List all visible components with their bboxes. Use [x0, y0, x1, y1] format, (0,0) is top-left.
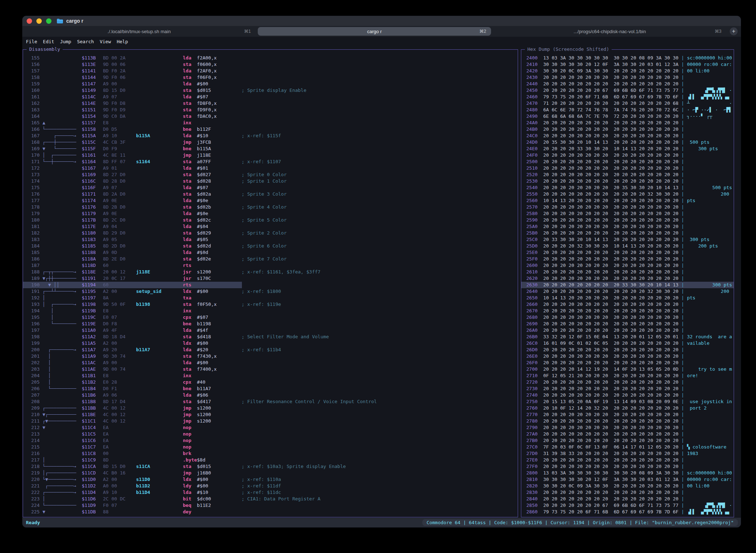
hex-row-2570[interactable]: 2570 20 20 20 20 20 20 20 20 20 20 20 20…: [521, 204, 734, 210]
disasm-row-204[interactable]: 204 │$11B1E8inx: [23, 373, 518, 379]
disasm-row-183[interactable]: 183$1183A9 05lda#$05: [23, 236, 518, 243]
maximize-button[interactable]: [46, 18, 51, 24]
menu-file[interactable]: File: [26, 39, 37, 44]
disasm-row-198[interactable]: 198$11A28D 18 D4sta$d418; Select Filter …: [23, 334, 518, 340]
disasm-row-186[interactable]: 186$118A8D 2E D0sta$d02e; Sprite 7 Color: [23, 256, 518, 262]
disasm-row-205[interactable]: 205 │$11B2E0 28cpx#40: [23, 379, 518, 385]
disasm-row-175[interactable]: 175$116FA9 07lda#$07: [23, 184, 518, 191]
disasm-row-187[interactable]: 187$118D60rts: [23, 262, 518, 269]
hex-row-25A0[interactable]: 25A0 20 20 20 20 20 20 20 20 20 20 20 20…: [521, 223, 734, 230]
hex-row-2850[interactable]: 2850 20 20 20 20 20 20 20 67 69 6B 6D 6F…: [521, 502, 734, 509]
new-tab-button[interactable]: +: [730, 27, 738, 35]
disasm-row-161[interactable]: 161$114CA9 07lda#$07: [23, 94, 518, 100]
disasm-row-173[interactable]: 173$11698D 27 D0sta$d027; Sprite 0 Color: [23, 171, 518, 178]
disasm-row-209[interactable]: 209┌───────────$11BB4C 00 12jmps1200: [23, 405, 518, 411]
menu-view[interactable]: View: [100, 39, 111, 44]
hex-row-2490[interactable]: 2490 6E 68 6A 68 6A 7C 7E 70 72 20 20 20…: [521, 113, 734, 120]
disasm-row-192[interactable]: 192│$11978Atxa: [23, 295, 518, 301]
disasm-row-171[interactable]: 171└──┼───────→$11648D FF 07s1164staa07F…: [23, 159, 518, 165]
hex-row-2420[interactable]: 2420 30 30 20 0C 09 3A 30 30 20 20 20 20…: [521, 68, 734, 74]
hex-row-2700[interactable]: 2700 20 20 20 20 14 12 19 20 14 0F 20 13…: [521, 366, 734, 373]
disasm-row-200[interactable]: 200 ┌────────→$11A7A9 20b11A7lda#$20; x-…: [23, 347, 518, 353]
hex-row-2580[interactable]: 2580 20 20 20 20 20 20 20 20 20 20 20 20…: [521, 210, 734, 217]
disasm-row-165[interactable]: 165▲$1157E8inx: [23, 120, 518, 126]
disasm-row-207[interactable]: 207$11B6A9 06lda#$06: [23, 392, 518, 398]
disasm-row-177[interactable]: 177$1174A9 0Elda#$0e: [23, 197, 518, 204]
hex-row-24A0[interactable]: 24A0 20 20 20 20 20 20 20 20 20 20 20 20…: [521, 120, 734, 126]
menu-help[interactable]: Help: [117, 39, 128, 44]
hex-row-27B0[interactable]: 27B0 20 20 20 20 20 20 20 20 20 20 20 20…: [521, 437, 734, 444]
hex-row-2800[interactable]: 2800 13 03 3A 30 30 30 30 30 30 30 20 08…: [521, 470, 734, 476]
disasm-row-202[interactable]: 202 │$11ACA9 00lda#$00: [23, 360, 518, 366]
disasm-row-203[interactable]: 203 │$11AE9D 00 74staf7400,x: [23, 366, 518, 373]
disasm-row-191[interactable]: 191┌──┴┴──────→$1195A2 00setup_sidldx#$0…: [23, 288, 518, 295]
disasm-row-166[interactable]: 166└───────────$1158D0 D5bneb112F: [23, 126, 518, 133]
hex-row-2510[interactable]: 2510 20 20 20 20 20 20 20 20 20 20 20 20…: [521, 165, 734, 171]
close-button[interactable]: [27, 18, 32, 24]
tab-1[interactable]: ./.local/bin/tmux-setup.sh main⌘1: [22, 26, 256, 37]
disasm-row-170[interactable]: 170│ ┌────────$11614C 8E 11jmpj118E: [23, 152, 518, 159]
hex-row-27D0[interactable]: 27D0 31 39 38 33 20 20 20 20 20 20 20 20…: [521, 450, 734, 457]
hex-row-25B0[interactable]: 25B0 20 20 20 20 20 20 20 20 20 20 20 20…: [521, 230, 734, 236]
hex-row-2440[interactable]: 2440 20 20 20 20 20 20 20 20 20 20 20 20…: [521, 81, 734, 87]
disasm-row-206[interactable]: 206 └─────────$11B4D0 F1bneb11A7: [23, 385, 518, 392]
hex-row-2650[interactable]: 2650 10 14 13 20 20 20 20 20 20 20 20 20…: [521, 295, 734, 301]
hex-row-2540[interactable]: 2540 20 20 20 20 20 20 20 20 20 35 30 30…: [521, 184, 734, 191]
hex-row-2820[interactable]: 2820 30 30 20 0C 09 3A 30 30 20 20 20 20…: [521, 483, 734, 489]
hex-row-2750[interactable]: 2750 20 15 13 05 20 0A 0F 19 13 14 09 03…: [521, 398, 734, 405]
hex-row-2840[interactable]: 2840 20 20 20 20 20 20 20 20 20 20 20 20…: [521, 496, 734, 502]
hex-row-25E0[interactable]: 25E0 20 20 20 20 20 20 20 20 20 20 20 20…: [521, 249, 734, 256]
disasm-row-155[interactable]: 155$113BBD 00 2Aldaf2A00,x: [23, 55, 518, 61]
hex-row-24C0[interactable]: 24C0 20 20 20 20 20 20 20 20 20 20 20 20…: [521, 133, 734, 139]
disasm-row-156[interactable]: 156$113E9D 00 06staf0600,x: [23, 61, 518, 68]
disasm-row-167[interactable]: 167 ┌──────→$115AA9 10b115Alda#$10; x-re…: [23, 133, 518, 139]
disasm-row-164[interactable]: 164$11549D C0 DAstafDAC0,x: [23, 113, 518, 120]
disasm-row-208[interactable]: 208$11B88D 17 D4sta$d417; Filter Resonan…: [23, 398, 518, 405]
disasm-row-178[interactable]: 178$11768D 2B D0sta$d02b; Sprite 4 Color: [23, 204, 518, 210]
hex-row-2660[interactable]: 2660 20 20 20 20 20 20 20 20 20 20 20 20…: [521, 301, 734, 308]
hex-row-27C0[interactable]: 27C0 7F 20 03 0F 0C 0F 13 0F 06 14 17 01…: [521, 444, 734, 450]
hex-row-25D0[interactable]: 25D0 20 20 20 20 32 30 30 20 10 14 13 20…: [521, 243, 734, 249]
disasm-row-224[interactable]: 224└───────────$11D9F0 07beqb11E2: [23, 502, 518, 509]
hex-row-2460[interactable]: 2460 79 73 75 20 20 6F 71 6B 6D 67 69 67…: [521, 94, 734, 100]
hex-row-25F0[interactable]: 25F0 20 20 20 20 20 20 20 20 20 20 20 20…: [521, 256, 734, 262]
disasm-row-182[interactable]: 182$11808D 29 D0sta$d029; Sprite 2 Color: [23, 230, 518, 236]
hex-row-2530[interactable]: 2530 20 20 20 20 20 20 20 20 20 20 20 20…: [521, 178, 734, 184]
tab-2[interactable]: cargo r⌘2: [258, 27, 491, 36]
disasm-row-210[interactable]: 210▼┌──────────$11BE4C 00 12jmps1200: [23, 411, 518, 418]
disasm-row-222[interactable]: 222┌──────────→$11D4A9 10b11D4lda#$10; x…: [23, 489, 518, 496]
hex-row-2780[interactable]: 2780 20 20 20 20 20 20 20 20 20 20 20 20…: [521, 418, 734, 424]
disasm-row-188[interactable]: 188┌─┬┬───────→$118E20 00 12j118Ejsrs120…: [23, 269, 518, 275]
disasm-row-190[interactable]: 190 ▼ ││$119460rts: [23, 282, 518, 288]
disasm-row-196[interactable]: 196 └────────$119ED0 F8bneb1198: [23, 321, 518, 327]
disasm-row-174[interactable]: 174$116C8D 28 D0sta$d028; Sprite 1 Color: [23, 178, 518, 184]
hex-row-24D0[interactable]: 24D0 20 35 30 30 20 10 14 13 20 20 20 20…: [521, 139, 734, 146]
hex-row-27F0[interactable]: 27F0 20 20 20 20 20 20 20 20 20 20 20 20…: [521, 463, 734, 470]
disasm-row-176[interactable]: 176$11718D 2A D0sta$d02a; Sprite 3 Color: [23, 191, 518, 197]
tab-3[interactable]: .../progs/c64-chipdisk-nac-vol.1/bin⌘3: [493, 26, 726, 37]
hex-row-2620[interactable]: 2620 20 20 20 20 20 20 20 20 20 20 20 20…: [521, 275, 734, 282]
hex-row-2740[interactable]: 2740 20 20 20 20 20 20 20 20 20 20 20 20…: [521, 392, 734, 398]
hex-row-2710[interactable]: 2710 0F 12 05 21 20 20 20 20 20 20 20 20…: [521, 373, 734, 379]
disasm-row-181[interactable]: 181$117EA9 04lda#$04: [23, 223, 518, 230]
hex-row-2830[interactable]: 2830 20 20 20 20 20 20 20 20 20 20 20 20…: [521, 489, 734, 496]
disasm-row-197[interactable]: 197$11A0A9 4Flda#$4f: [23, 327, 518, 334]
disasm-row-214[interactable]: 214$11C6EAnop: [23, 437, 518, 444]
menu-search[interactable]: Search: [77, 39, 94, 44]
hex-row-2810[interactable]: 2810 30 30 30 30 30 20 12 0F 3A 30 30 20…: [521, 476, 734, 483]
hex-row-26F0[interactable]: 26F0 20 20 20 20 20 20 20 20 20 20 20 20…: [521, 360, 734, 366]
disasm-row-159[interactable]: 159$1147A9 00lda#$00: [23, 81, 518, 87]
hex-row-2860[interactable]: 2860 79 73 75 20 20 6F 71 6B 6D 67 69 67…: [521, 509, 734, 515]
hex-row-2560[interactable]: 2560 10 14 13 20 20 20 20 20 20 20 20 20…: [521, 197, 734, 204]
disasm-row-223[interactable]: 223│$11D62C 00 DCbit$dc00; CIA1: Data Po…: [23, 496, 518, 502]
disasm-row-219[interactable]: 219│┌──────────$11CD4C B0 16jmpj16B0: [23, 470, 518, 476]
disasm-row-189[interactable]: 189▼┌┼┼────────$119120 0C 17jsrs170C: [23, 275, 518, 282]
hex-row-2670[interactable]: 2670 20 20 20 20 20 20 20 20 20 20 20 20…: [521, 308, 734, 314]
disasm-row-218[interactable]: 218└──────────→$11CA8D 15 D0s11CAsta$d01…: [23, 463, 518, 470]
hex-row-2790[interactable]: 2790 20 20 20 20 20 20 20 20 20 20 20 20…: [521, 424, 734, 431]
menu-jump[interactable]: Jump: [60, 39, 71, 44]
hex-row-2400[interactable]: 2400 13 03 3A 30 30 30 30 30 30 30 20 08…: [521, 55, 734, 61]
disasm-row-193[interactable]: 193│ ┌───────→$11989D 50 0Fb1198staf0F50…: [23, 301, 518, 308]
disasm-row-184[interactable]: 184$11858D 2D D0sta$d02d; Sprite 6 Color: [23, 243, 518, 249]
disasm-row-217[interactable]: 217│$11C98D.byte$8d: [23, 457, 518, 463]
